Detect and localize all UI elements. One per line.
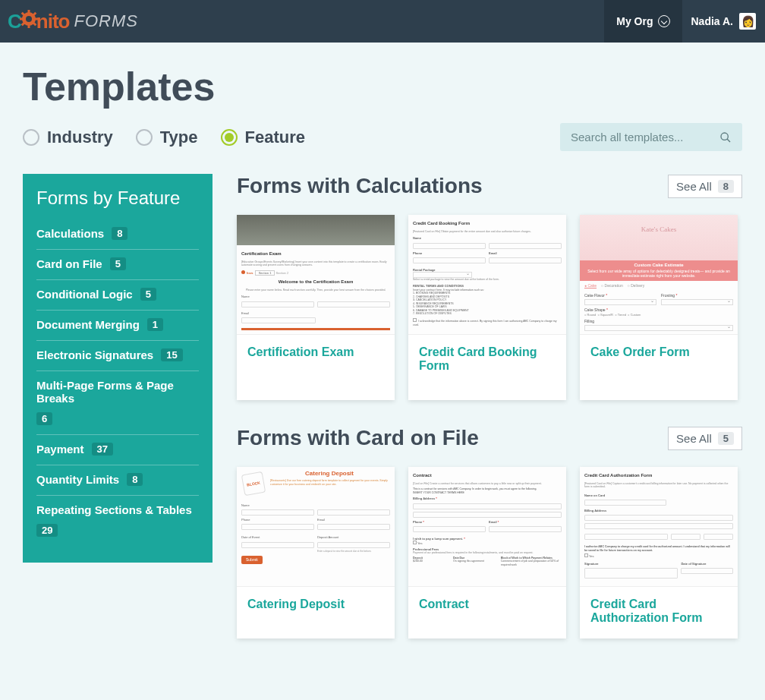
count-badge: 37 bbox=[92, 443, 113, 456]
radio-icon bbox=[221, 129, 238, 146]
sidebar-title: Forms by Feature bbox=[36, 188, 199, 209]
sidebar-item-conditional-logic[interactable]: Conditional Logic5 bbox=[36, 280, 199, 311]
section-title: Forms with Card on File bbox=[237, 426, 479, 450]
sidebar-item-label: Quantity Limits bbox=[36, 473, 119, 486]
count-badge: 8 bbox=[127, 473, 143, 486]
template-thumbnail: BLOCK Catering Deposit [Restaurants] Use… bbox=[237, 467, 395, 587]
user-name: Nadia A. bbox=[691, 15, 734, 27]
svg-point-10 bbox=[721, 133, 728, 140]
template-title: Contract bbox=[408, 587, 566, 629]
logo-text-forms: FORMS bbox=[74, 11, 137, 31]
template-thumbnail: Contract [Card on File] Create a contrac… bbox=[408, 467, 566, 587]
section-calculations: Forms with Calculations See All 8 Certif… bbox=[237, 174, 742, 400]
sidebar-item-quantity-limits[interactable]: Quantity Limits8 bbox=[36, 465, 199, 496]
org-label: My Org bbox=[616, 15, 653, 27]
count-badge: 5 bbox=[140, 288, 156, 301]
sidebar-item-label: Repeating Sections & Tables bbox=[36, 503, 192, 516]
see-all-count: 8 bbox=[718, 180, 734, 193]
sidebar-item-repeating-sections[interactable]: Repeating Sections & Tables29 bbox=[36, 496, 199, 546]
search-icon bbox=[719, 131, 732, 143]
radio-icon bbox=[23, 129, 39, 146]
svg-rect-4 bbox=[20, 17, 24, 20]
see-all-label: See All bbox=[676, 180, 712, 193]
filter-feature[interactable]: Feature bbox=[221, 128, 305, 147]
svg-line-11 bbox=[727, 139, 730, 142]
template-title: Cake Order Form bbox=[580, 335, 738, 400]
sidebar-item-label: Conditional Logic bbox=[36, 288, 133, 301]
section-title: Forms with Calculations bbox=[237, 174, 483, 198]
sidebar-item-card-on-file[interactable]: Card on File5 bbox=[36, 250, 199, 280]
template-title: Credit Card Booking Form bbox=[408, 335, 566, 400]
svg-rect-2 bbox=[27, 10, 30, 14]
sidebar-item-payment[interactable]: Payment37 bbox=[36, 435, 199, 465]
count-badge: 6 bbox=[36, 412, 52, 425]
count-badge: 8 bbox=[112, 227, 128, 240]
chevron-down-icon bbox=[658, 15, 670, 27]
filter-type[interactable]: Type bbox=[136, 128, 198, 147]
count-badge: 1 bbox=[147, 318, 163, 331]
sidebar-item-multi-page[interactable]: Multi-Page Forms & Page Breaks6 bbox=[36, 371, 199, 435]
template-card-catering-deposit[interactable]: BLOCK Catering Deposit [Restaurants] Use… bbox=[237, 467, 395, 639]
template-thumbnail: Credit Card Authorization Form [Featured… bbox=[580, 467, 738, 587]
see-all-button[interactable]: See All 5 bbox=[668, 427, 742, 450]
search-box[interactable] bbox=[560, 123, 742, 151]
page-title: Templates bbox=[23, 64, 742, 109]
sidebar-item-label: Electronic Signatures bbox=[36, 348, 153, 361]
filter-label: Industry bbox=[47, 128, 113, 147]
sidebar-item-document-merging[interactable]: Document Merging1 bbox=[36, 311, 199, 341]
see-all-count: 5 bbox=[718, 432, 734, 445]
sidebar: Forms by Feature Calculations8 Card on F… bbox=[23, 174, 212, 563]
sidebar-item-label: Document Merging bbox=[36, 318, 140, 331]
sidebar-item-label: Calculations bbox=[36, 227, 104, 240]
template-title: Catering Deposit bbox=[237, 587, 395, 629]
template-title: Credit Card Authorization Form bbox=[580, 587, 738, 639]
filter-radio-group: Industry Type Feature bbox=[23, 128, 305, 147]
org-switcher[interactable]: My Org bbox=[604, 0, 682, 43]
count-badge: 29 bbox=[36, 524, 58, 537]
count-badge: 15 bbox=[161, 348, 182, 361]
logo[interactable]: Cnito FORMS bbox=[8, 10, 138, 33]
template-card-cc-auth[interactable]: Credit Card Authorization Form [Featured… bbox=[580, 467, 738, 639]
template-card-cc-booking[interactable]: Credit Card Booking Form [Featured Card … bbox=[408, 215, 566, 400]
template-card-certification-exam[interactable]: Certification Exam [Education Groups/Eve… bbox=[237, 215, 395, 400]
filter-label: Type bbox=[160, 128, 198, 147]
template-card-cake-order[interactable]: Kate's Cakes Custom Cake EstimateSelect … bbox=[580, 215, 738, 400]
app-header: Cnito FORMS My Org Nadia A. 👩 bbox=[0, 0, 765, 43]
sidebar-item-label: Multi-Page Forms & Page Breaks bbox=[36, 379, 199, 405]
template-title: Certification Exam bbox=[237, 335, 395, 400]
svg-rect-3 bbox=[27, 24, 30, 28]
template-card-contract[interactable]: Contract [Card on File] Create a contrac… bbox=[408, 467, 566, 639]
template-thumbnail: Credit Card Booking Form [Featured Card … bbox=[408, 215, 566, 335]
user-menu[interactable]: Nadia A. 👩 bbox=[682, 0, 766, 43]
sidebar-item-calculations[interactable]: Calculations8 bbox=[36, 219, 199, 250]
see-all-label: See All bbox=[676, 432, 712, 445]
see-all-button[interactable]: See All 8 bbox=[668, 175, 742, 198]
template-thumbnail: Kate's Cakes Custom Cake EstimateSelect … bbox=[580, 215, 738, 335]
template-thumbnail: Certification Exam [Education Groups/Eve… bbox=[237, 215, 395, 335]
gear-icon bbox=[20, 10, 38, 33]
count-badge: 5 bbox=[110, 257, 126, 270]
sidebar-item-electronic-signatures[interactable]: Electronic Signatures15 bbox=[36, 341, 199, 371]
svg-point-1 bbox=[26, 16, 32, 22]
sidebar-item-label: Payment bbox=[36, 443, 84, 456]
section-card-on-file: Forms with Card on File See All 5 BLOCK bbox=[237, 426, 742, 639]
sidebar-item-label: Card on File bbox=[36, 257, 102, 270]
filter-industry[interactable]: Industry bbox=[23, 128, 113, 147]
logo-text-nito: nito bbox=[36, 10, 70, 33]
filter-label: Feature bbox=[245, 128, 305, 147]
avatar: 👩 bbox=[739, 13, 756, 30]
search-input[interactable] bbox=[571, 131, 707, 143]
radio-icon bbox=[136, 129, 153, 146]
